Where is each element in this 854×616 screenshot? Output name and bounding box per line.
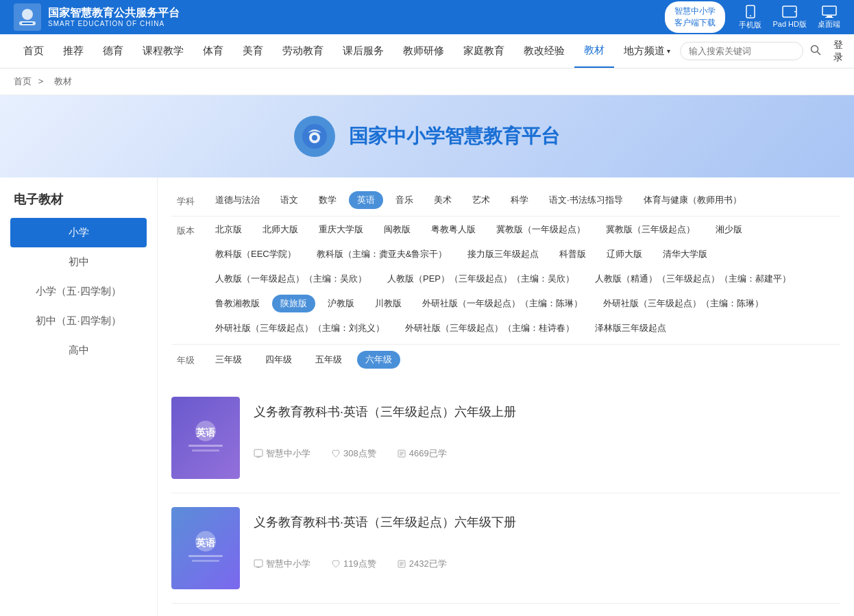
pad-platform[interactable]: Pad HD版 (772, 5, 807, 29)
version-wai1[interactable]: 外研社版（一年级起点）（主编：陈琳） (414, 295, 591, 312)
book-meta-1: 智慧中小学 308点赞 (254, 447, 840, 460)
main-nav: 首页 推荐 德育 课程教学 体育 美育 劳动教育 课后服务 教师研修 家庭教育 … (0, 34, 854, 69)
svg-point-1 (22, 9, 33, 20)
nav-item-course[interactable]: 课程教学 (133, 34, 193, 68)
book-title-1[interactable]: 义务教育教科书·英语（三年级起点）六年级上册 (254, 404, 840, 420)
svg-rect-20 (192, 449, 219, 452)
version-lu[interactable]: 鲁教湘教版 (207, 295, 268, 312)
version-yue[interactable]: 粤教粤人版 (423, 221, 484, 238)
nav-item-recommend[interactable]: 推荐 (53, 34, 93, 68)
version-cquniv[interactable]: 重庆大学版 (310, 221, 371, 238)
book-reads-2: 2432已学 (397, 558, 447, 570)
hero-title: 国家中小学智慧教育平台 (349, 123, 560, 149)
sidebar-item-primary-54[interactable]: 小学（五·四学制） (0, 277, 157, 306)
nav-item-labor[interactable]: 劳动教育 (273, 34, 333, 68)
login-button[interactable]: 登录 (828, 39, 849, 64)
grade-3[interactable]: 三年级 (207, 351, 250, 369)
version-shanlu[interactable]: 陕旅版 (272, 295, 315, 312)
version-kepu[interactable]: 科普版 (551, 245, 594, 263)
version-xiang[interactable]: 湘少版 (707, 221, 751, 238)
nav-item-home[interactable]: 首页 (14, 34, 53, 68)
nav-item-reform[interactable]: 教改经验 (514, 34, 574, 68)
sidebar-item-primary[interactable]: 小学 (10, 218, 147, 247)
svg-rect-31 (188, 555, 223, 557)
version-tags-4: 鲁教湘教版 陕旅版 沪教版 川教版 外研社版（一年级起点）（主编：陈琳） 外研社… (207, 295, 840, 312)
subject-moral[interactable]: 道德与法治 (207, 191, 268, 209)
version-ren-jt[interactable]: 人教版（精通）（三年级起点）（主编：郝建平） (587, 270, 799, 288)
book-cover-1[interactable]: 英语 (171, 397, 240, 479)
version-filter-3: 版本 人教版（一年级起点）（主编：吴欣） 人教版（PEP）（三年级起点）（主编：… (171, 270, 840, 289)
nav-item-art[interactable]: 美育 (233, 34, 273, 68)
version-eec[interactable]: 教科版（EEC学院） (207, 245, 304, 263)
version-label: 版本 (171, 222, 200, 240)
subject-art[interactable]: 美术 (426, 191, 460, 209)
download-button[interactable]: 智慧中小学 客户端下载 (665, 1, 725, 33)
svg-line-12 (818, 51, 821, 55)
like-icon-2 (331, 559, 341, 569)
version-beishida[interactable]: 北师大版 (254, 221, 306, 238)
subject-arts[interactable]: 艺术 (464, 191, 498, 209)
grade-4[interactable]: 四年级 (257, 351, 300, 369)
version-qinghua[interactable]: 清华大学版 (655, 245, 716, 263)
mobile-platform[interactable]: 手机版 (739, 5, 761, 30)
nav-item-teacher[interactable]: 教师研修 (393, 34, 454, 68)
nav-item-moral[interactable]: 德育 (93, 34, 133, 68)
version-min[interactable]: 闽教版 (376, 221, 419, 238)
version-ren-pep[interactable]: 人教版（PEP）（三年级起点）（主编：吴欣） (379, 270, 583, 288)
subject-english[interactable]: 英语 (349, 191, 383, 209)
version-wai3-liu[interactable]: 外研社版（三年级起点）（主编：刘兆义） (207, 319, 393, 337)
nav-item-local[interactable]: 地方频道 ▾ (614, 34, 680, 68)
version-wai3[interactable]: 外研社版（三年级起点）（主编：陈琳） (595, 295, 772, 312)
version-chuan[interactable]: 川教版 (367, 295, 410, 312)
version-ji3[interactable]: 冀教版（三年级起点） (598, 221, 703, 238)
version-ren1[interactable]: 人教版（一年级起点）（主编：吴欣） (207, 270, 375, 288)
logo-main-title: 国家智慧教育公共服务平台 (48, 6, 180, 19)
version-zelin[interactable]: 泽林版三年级起点 (587, 319, 674, 337)
sidebar-item-junior[interactable]: 初中 (0, 247, 157, 277)
book-info-1: 义务教育教科书·英语（三年级起点）六年级上册 智慧中小学 (254, 397, 840, 460)
subject-filter: 学科 道德与法治 语文 数学 英语 音乐 美术 艺术 科学 语文·书法练习指导 … (171, 191, 840, 210)
subject-music[interactable]: 音乐 (387, 191, 422, 209)
sidebar-title: 电子教材 (0, 191, 157, 218)
book-cover-2[interactable]: 英语 (171, 507, 240, 589)
sidebar-item-junior-54[interactable]: 初中（五·四学制） (0, 306, 157, 336)
book-title-2[interactable]: 义务教育教科书·英语（三年级起点）六年级下册 (254, 514, 840, 530)
sidebar-item-high[interactable]: 高中 (0, 336, 157, 365)
search-icon (810, 45, 821, 56)
search-input[interactable] (680, 42, 803, 60)
search-button[interactable] (810, 45, 821, 58)
nav-item-textbook[interactable]: 教材 (574, 34, 614, 68)
version-beijing[interactable]: 北京版 (207, 221, 250, 238)
grade-6[interactable]: 六年级 (357, 351, 400, 369)
version-kej2[interactable]: 教科版（主编：龚亚夫&鲁宗干） (308, 245, 456, 263)
version-wai3-gui[interactable]: 外研社版（三年级起点）（主编：桂诗春） (397, 319, 583, 337)
header-right: 智慧中小学 客户端下载 手机版 Pad HD版 (665, 1, 840, 33)
grade-label: 年级 (171, 352, 200, 369)
subject-calligraphy[interactable]: 语文·书法练习指导 (541, 191, 631, 209)
nav-item-afterschool[interactable]: 课后服务 (333, 34, 393, 68)
version-hu[interactable]: 沪教版 (319, 295, 363, 312)
grade-5[interactable]: 五年级 (307, 351, 350, 369)
nav-item-sport[interactable]: 体育 (193, 34, 233, 68)
subject-pe[interactable]: 体育与健康（教师用书） (635, 191, 750, 209)
svg-point-7 (794, 11, 796, 12)
breadcrumb-home[interactable]: 首页 (14, 76, 32, 86)
subject-math[interactable]: 数学 (310, 191, 345, 209)
svg-point-11 (812, 45, 818, 52)
svg-rect-19 (188, 445, 223, 447)
desktop-platform[interactable]: 桌面端 (818, 5, 840, 29)
subject-chinese[interactable]: 语文 (272, 191, 306, 209)
book-reads-1: 4669已学 (397, 447, 447, 460)
read-icon-2 (397, 559, 406, 569)
book-meta-2: 智慧中小学 119点赞 (254, 558, 840, 570)
logo-icon (14, 3, 41, 31)
version-jieli[interactable]: 接力版三年级起点 (459, 245, 547, 263)
breadcrumb: 首页 > 教材 (0, 69, 854, 95)
version-liao[interactable]: 辽师大版 (598, 245, 650, 263)
filter-divider-1 (171, 216, 840, 217)
hero-logo-icon (301, 123, 328, 150)
subject-science[interactable]: 科学 (502, 191, 537, 209)
breadcrumb-current: 教材 (54, 76, 72, 86)
version-ji1[interactable]: 冀教版（一年级起点） (488, 221, 594, 238)
nav-item-family[interactable]: 家庭教育 (454, 34, 514, 68)
